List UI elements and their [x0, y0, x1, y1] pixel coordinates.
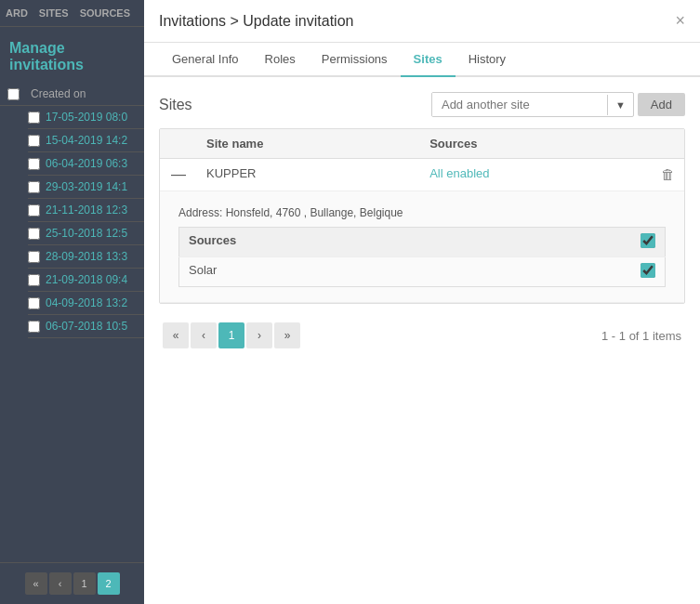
list-item: 17-05-2019 08:0	[28, 106, 144, 129]
sources-header-checkbox[interactable]	[641, 233, 655, 248]
list-item: 25-10-2018 12:5	[28, 222, 144, 245]
site-address: Address: Honsfeld, 4760 , Bullange, Belg…	[178, 206, 666, 219]
col-site-name: Site name	[197, 129, 420, 159]
row-checkbox[interactable]	[28, 204, 40, 217]
add-site-dropdown[interactable]: ▼	[431, 92, 634, 117]
sidebar-nav-ard[interactable]: ARD	[0, 0, 33, 26]
modal-tab-sites[interactable]: Sites	[401, 43, 456, 77]
sources-sub-table: Sources Solar	[178, 227, 666, 287]
sidebar-page-btn[interactable]: ‹	[49, 572, 72, 595]
modal-tab-permissions[interactable]: Permissions	[309, 43, 401, 77]
page-nav-btn[interactable]: 1	[218, 322, 244, 348]
row-checkbox[interactable]	[28, 158, 40, 170]
select-all-checkbox[interactable]	[7, 88, 20, 100]
sites-section-title: Sites	[159, 97, 192, 113]
page-nav-btn[interactable]: «	[163, 322, 189, 348]
row-checkbox[interactable]	[28, 251, 40, 263]
modal-title: Invitations > Update invitation	[159, 13, 353, 30]
row-checkbox[interactable]	[28, 321, 40, 333]
source-checkbox-cell	[501, 257, 665, 287]
sites-table: Site name Sources — KUPPER All enabled 🗑…	[160, 129, 684, 303]
pagination-info: 1 - 1 of 1 items	[601, 329, 681, 343]
list-item: 29-03-2019 14:1	[28, 176, 144, 199]
list-item: 21-09-2018 09:4	[28, 269, 144, 292]
expand-icon[interactable]: —	[169, 166, 188, 183]
list-item: 06-07-2018 10:5	[28, 315, 144, 338]
sources-cell: All enabled	[420, 159, 652, 191]
sidebar-nav: ARD SITES SOURCES	[0, 0, 144, 27]
list-item: 21-11-2018 12:3	[28, 199, 144, 222]
modal-tab-roles[interactable]: Roles	[252, 43, 309, 77]
page-nav-btn[interactable]: »	[274, 322, 300, 348]
table-header-row: Site name Sources	[160, 129, 684, 159]
site-name-cell: KUPPER	[197, 159, 420, 191]
col-expand	[160, 129, 197, 159]
sources-header-label: Sources	[179, 228, 502, 257]
col-actions	[652, 129, 684, 159]
row-checkbox[interactable]	[28, 181, 40, 193]
sidebar-header-row: Created on	[0, 83, 144, 106]
list-item: 28-09-2018 13:3	[28, 245, 144, 269]
date-link[interactable]: 29-03-2019 14:1	[46, 180, 127, 193]
date-link[interactable]: 17-05-2019 08:0	[46, 111, 127, 124]
sidebar-page-btn[interactable]: «	[25, 572, 47, 595]
date-link[interactable]: 15-04-2019 14:2	[46, 134, 127, 147]
sidebar-page-btn[interactable]: 1	[73, 572, 96, 595]
source-label: Solar	[179, 257, 502, 287]
sites-header: Sites ▼ Add	[159, 92, 685, 117]
sidebar-page-btn[interactable]: 2	[98, 572, 120, 595]
table-pagination: «‹1›» 1 - 1 of 1 items	[159, 313, 685, 358]
add-site-group: ▼ Add	[431, 92, 685, 117]
pagination-buttons: «‹1›»	[163, 322, 300, 348]
list-item: 04-09-2018 13:2	[28, 292, 144, 315]
source-checkbox[interactable]	[641, 263, 655, 278]
source-row: Solar	[179, 257, 666, 287]
close-button[interactable]: ×	[675, 11, 685, 31]
date-link[interactable]: 21-11-2018 12:3	[46, 204, 127, 217]
list-item: 15-04-2019 14:2	[28, 129, 144, 152]
expanded-row: Address: Honsfeld, 4760 , Bullange, Belg…	[160, 191, 684, 303]
date-link[interactable]: 06-04-2019 06:3	[46, 157, 127, 170]
date-link[interactable]: 06-07-2018 10:5	[46, 320, 127, 333]
date-link[interactable]: 21-09-2018 09:4	[46, 273, 127, 286]
date-link[interactable]: 04-09-2018 13:2	[46, 296, 127, 309]
modal-tab-general-info[interactable]: General Info	[159, 43, 252, 77]
sources-header-checkbox-cell	[501, 228, 665, 257]
list-item: 06-04-2019 06:3	[28, 152, 144, 176]
modal-tabs: General InfoRolesPermissionsSitesHistory	[144, 43, 700, 77]
sidebar-nav-sites[interactable]: SITES	[33, 0, 74, 26]
row-checkbox[interactable]	[28, 297, 40, 309]
date-link[interactable]: 25-10-2018 12:5	[46, 227, 127, 240]
col-sources: Sources	[420, 129, 652, 159]
modal-tab-history[interactable]: History	[456, 43, 519, 77]
row-checkbox[interactable]	[28, 112, 40, 124]
sidebar-nav-sources[interactable]: SOURCES	[74, 0, 136, 26]
row-checkbox[interactable]	[28, 135, 40, 147]
sites-table-wrap: Site name Sources — KUPPER All enabled 🗑…	[159, 128, 685, 304]
row-checkbox[interactable]	[28, 274, 40, 286]
sidebar-title: Manage invitations	[0, 27, 144, 83]
dropdown-caret-icon[interactable]: ▼	[607, 95, 633, 115]
all-enabled-link[interactable]: All enabled	[429, 166, 489, 180]
sidebar-list: 17-05-2019 08:015-04-2019 14:206-04-2019…	[0, 106, 144, 338]
add-site-input[interactable]	[432, 93, 607, 116]
sidebar: ARD SITES SOURCES Manage invitations Cre…	[0, 0, 144, 604]
sidebar-pagination: «‹12	[0, 562, 144, 604]
row-checkbox[interactable]	[28, 228, 40, 240]
page-nav-btn[interactable]: ›	[246, 322, 272, 348]
date-link[interactable]: 28-09-2018 13:3	[46, 250, 127, 263]
modal-body: Sites ▼ Add Site name Sources	[144, 77, 700, 373]
modal-header: Invitations > Update invitation ×	[144, 0, 700, 43]
created-on-label: Created on	[31, 87, 86, 100]
modal: Invitations > Update invitation × Genera…	[144, 0, 700, 604]
sources-sub-header-row: Sources	[179, 228, 666, 257]
delete-button[interactable]: 🗑	[661, 166, 675, 182]
page-nav-btn[interactable]: ‹	[191, 322, 217, 348]
add-button[interactable]: Add	[638, 93, 685, 116]
table-row: — KUPPER All enabled 🗑	[160, 159, 684, 191]
